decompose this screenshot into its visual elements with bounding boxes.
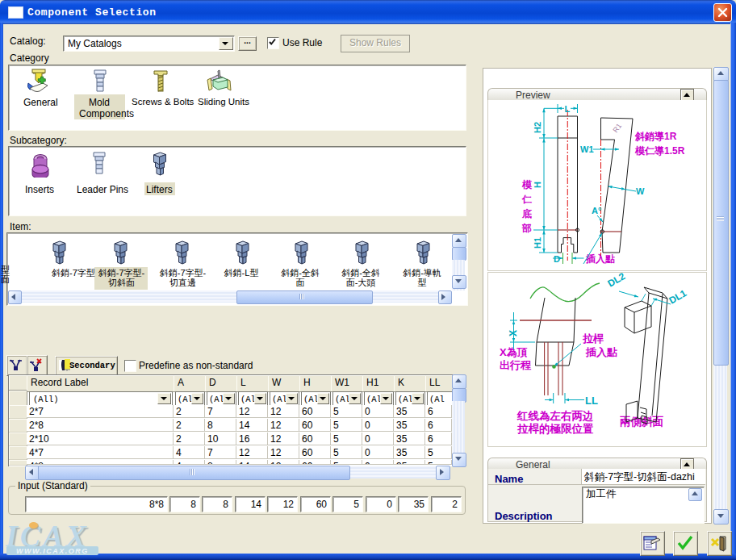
svg-text:LL: LL xyxy=(585,395,598,407)
svg-text:D: D xyxy=(554,254,560,264)
svg-text:拉桿: 拉桿 xyxy=(582,332,604,345)
svg-text:仁: 仁 xyxy=(521,194,532,205)
svg-text:W1: W1 xyxy=(580,144,594,154)
svg-text:DL2: DL2 xyxy=(606,272,628,290)
svg-text:R1: R1 xyxy=(611,122,623,134)
svg-text:模: 模 xyxy=(521,179,533,190)
svg-text:H2: H2 xyxy=(533,122,542,133)
svg-text:W: W xyxy=(636,186,645,196)
svg-text:X為頂: X為頂 xyxy=(500,346,528,358)
svg-text:斜銷導1R: 斜銷導1R xyxy=(634,131,677,142)
svg-text:红线為左右两边: 红线為左右两边 xyxy=(516,410,594,422)
svg-text:H: H xyxy=(533,182,542,188)
svg-text:拉桿的極限位置: 拉桿的極限位置 xyxy=(516,423,594,435)
svg-text:插入點: 插入點 xyxy=(585,253,615,265)
svg-text:插入點: 插入點 xyxy=(585,346,617,358)
svg-text:出行程: 出行程 xyxy=(500,359,532,371)
svg-text:H1: H1 xyxy=(533,237,542,249)
svg-text:L: L xyxy=(565,104,571,114)
svg-text:底: 底 xyxy=(521,208,532,219)
svg-text:部: 部 xyxy=(521,223,532,234)
svg-text:DL1: DL1 xyxy=(667,287,689,307)
svg-text:A°: A° xyxy=(592,206,601,215)
svg-text:模仁導1.5R: 模仁導1.5R xyxy=(634,145,685,157)
svg-text:X: X xyxy=(508,330,519,336)
